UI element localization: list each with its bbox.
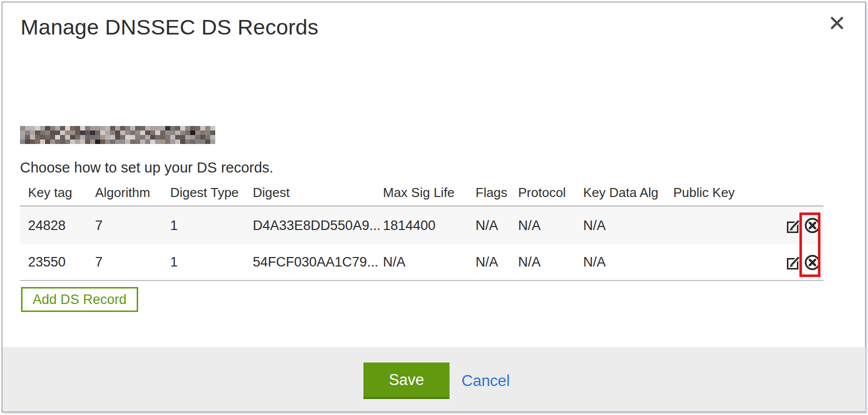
cell-algorithm: 7	[95, 218, 170, 234]
table-row: 23550 7 1 54FCF030AA1C79... N/A N/A N/A …	[20, 244, 823, 280]
col-digest-type: Digest Type	[170, 185, 253, 200]
cell-flags: N/A	[476, 254, 518, 270]
row-actions	[777, 253, 823, 272]
col-protocol: Protocol	[518, 185, 583, 200]
table-header: Key tag Algorithm Digest Type Digest Max…	[20, 179, 823, 206]
col-public-key: Public Key	[673, 185, 777, 200]
cancel-link[interactable]: Cancel	[462, 362, 510, 399]
add-ds-record-button[interactable]: Add DS Record	[21, 287, 138, 312]
save-button[interactable]: Save	[363, 362, 450, 399]
table-row: 24828 7 1 D4A33E8DD550A9... 1814400 N/A …	[20, 206, 823, 244]
col-key-data-alg: Key Data Alg	[583, 185, 673, 200]
cell-digest: D4A33E8DD550A9...	[253, 218, 383, 234]
edit-pencil-icon	[784, 254, 802, 271]
cell-key-data-alg: N/A	[583, 254, 673, 270]
col-algorithm: Algorithm	[95, 185, 170, 200]
row-actions	[777, 216, 823, 235]
cell-digest-type: 1	[170, 218, 253, 234]
redacted-domain-name	[20, 126, 215, 144]
cell-key-tag: 23550	[28, 254, 95, 270]
delete-record-button[interactable]	[803, 216, 821, 235]
cell-protocol: N/A	[518, 218, 583, 234]
dialog-title: Manage DNSSEC DS Records	[21, 15, 318, 40]
edit-record-button[interactable]	[784, 253, 802, 272]
col-digest: Digest	[253, 185, 383, 200]
close-button[interactable]	[825, 11, 849, 35]
cell-flags: N/A	[476, 218, 518, 234]
cell-key-data-alg: N/A	[583, 218, 673, 234]
close-icon	[829, 15, 845, 31]
delete-circle-x-icon	[803, 216, 821, 234]
cell-max-sig-life: 1814400	[383, 218, 476, 234]
cell-key-tag: 24828	[28, 218, 95, 234]
cell-digest: 54FCF030AA1C79...	[253, 254, 383, 270]
edit-record-button[interactable]	[784, 216, 802, 235]
cell-protocol: N/A	[518, 254, 583, 270]
delete-record-button[interactable]	[803, 253, 821, 272]
col-flags: Flags	[476, 185, 518, 200]
table-bottom-divider	[20, 280, 823, 281]
delete-circle-x-icon	[803, 254, 821, 272]
edit-pencil-icon	[784, 217, 802, 234]
instruction-text: Choose how to set up your DS records.	[20, 160, 273, 176]
col-max-sig-life: Max Sig Life	[383, 185, 476, 200]
cell-algorithm: 7	[95, 254, 170, 270]
screenshot-root: Manage DNSSEC DS Records Choose how to s…	[0, 0, 868, 415]
cell-digest-type: 1	[170, 254, 253, 270]
cell-max-sig-life: N/A	[383, 254, 476, 270]
col-key-tag: Key tag	[28, 185, 95, 200]
